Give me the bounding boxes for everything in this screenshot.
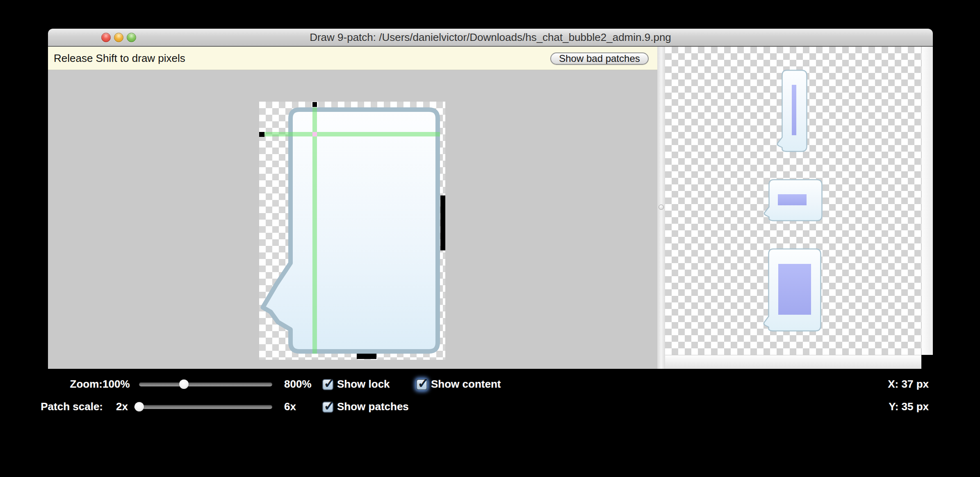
preview-content-area	[778, 264, 811, 315]
preview-content-area	[778, 194, 807, 205]
preview-bubble-large	[763, 248, 822, 332]
window-titlebar[interactable]: Draw 9-patch: /Users/danielvictor/Downlo…	[48, 29, 933, 47]
zoom-slider[interactable]	[139, 382, 272, 386]
zoom-max-label: 800%	[284, 378, 312, 391]
window-title: Draw 9-patch: /Users/danielvictor/Downlo…	[48, 29, 933, 46]
divider-collapse-icon[interactable]	[659, 204, 664, 210]
horizontal-stretch-guide	[264, 132, 440, 136]
show-content-label[interactable]: Show content	[431, 378, 501, 391]
show-patches-checkbox[interactable]	[322, 402, 333, 413]
cursor-x-readout: X: 37 px	[841, 378, 929, 391]
right-content-marker	[440, 195, 445, 250]
edit-canvas[interactable]	[48, 70, 657, 369]
vertical-stretch-guide	[312, 107, 317, 354]
checkmark-icon	[417, 375, 429, 391]
status-message: Release Shift to draw pixels	[54, 47, 185, 70]
chat-bubble-shape	[263, 110, 438, 352]
zoom-min-label: 100%	[103, 378, 129, 391]
show-content-checkbox[interactable]	[416, 379, 427, 390]
show-bad-patches-button[interactable]: Show bad patches	[550, 52, 649, 65]
screen: Draw 9-patch: /Users/danielvictor/Downlo…	[0, 0, 980, 477]
ninepatch-image-editor[interactable]	[259, 102, 445, 360]
patch-scale-slider[interactable]	[134, 405, 272, 409]
preview-bubble-tall	[776, 70, 808, 153]
patch-scale-max-label: 6x	[284, 400, 296, 413]
checkmark-icon	[324, 375, 335, 391]
preview-horizontal-scrollbar[interactable]	[665, 355, 921, 369]
top-stretch-marker	[312, 102, 317, 107]
checkmark-icon	[324, 398, 335, 414]
bottom-content-marker	[357, 354, 376, 359]
guide-intersection	[312, 132, 317, 136]
preview-pane	[665, 47, 921, 355]
zoom-label: Zoom:	[25, 378, 103, 391]
patch-scale-label: Patch scale:	[25, 400, 103, 413]
left-stretch-marker	[259, 132, 264, 137]
split-divider[interactable]	[657, 47, 665, 369]
show-lock-label[interactable]: Show lock	[337, 378, 390, 391]
cursor-y-readout: Y: 35 px	[841, 400, 929, 413]
show-patches-label[interactable]: Show patches	[337, 400, 409, 413]
patch-scale-min-label: 2x	[103, 400, 128, 413]
show-lock-checkbox[interactable]	[322, 379, 333, 390]
ninepatch-image	[259, 102, 445, 360]
preview-content-area	[792, 85, 796, 135]
preview-bubble-wide	[763, 179, 823, 222]
preview-vertical-scrollbar[interactable]	[921, 47, 933, 355]
status-bar: Release Shift to draw pixels Show bad pa…	[48, 47, 657, 70]
zoom-slider-thumb[interactable]	[179, 379, 189, 389]
patch-scale-slider-thumb[interactable]	[134, 402, 144, 411]
